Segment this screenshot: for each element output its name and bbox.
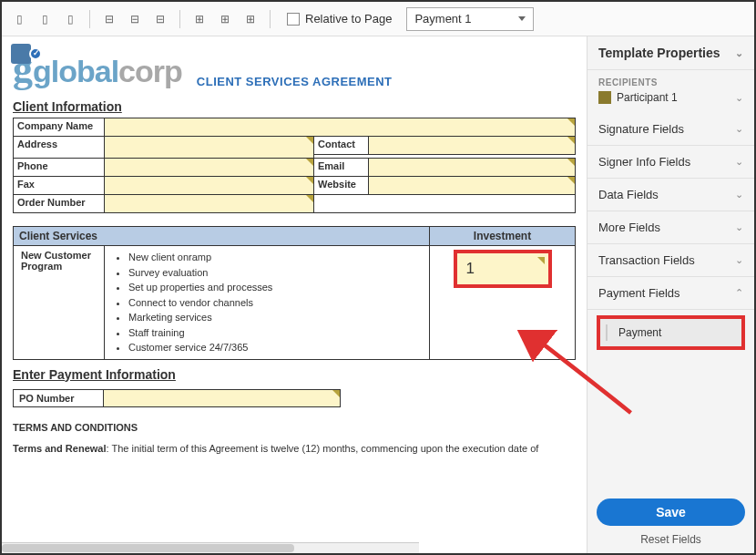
- phone-field[interactable]: [105, 159, 314, 177]
- website-label: Website: [314, 177, 369, 195]
- align-tool-3[interactable]: ▯: [60, 9, 80, 29]
- order-number-label: Order Number: [14, 195, 105, 213]
- address-label: Address: [14, 137, 105, 159]
- chevron-down-icon: ⌄: [735, 254, 743, 266]
- chevron-down-icon: [518, 16, 526, 21]
- service-item: Marketing services: [128, 310, 422, 325]
- chevron-down-icon: ⌄: [735, 221, 743, 233]
- email-label: Email: [314, 159, 369, 177]
- align-left-icon[interactable]: ⊟: [99, 9, 119, 29]
- signer-info-fields-section[interactable]: Signer Info Fields ⌄: [587, 146, 754, 179]
- services-list-cell: New client onrampSurvey evaluationSet up…: [105, 246, 430, 360]
- phone-label: Phone: [14, 159, 105, 177]
- investment-payment-field[interactable]: 1: [454, 250, 552, 288]
- terms-heading: TERMS AND CONDITIONS: [13, 422, 576, 433]
- align-right-icon[interactable]: ⊟: [150, 9, 170, 29]
- po-number-field[interactable]: [104, 389, 341, 407]
- program-name: New Customer Program: [14, 246, 105, 360]
- company-logo: g globalcorp: [13, 46, 182, 92]
- service-item: Survey evaluation: [128, 265, 422, 281]
- recipient-row[interactable]: Participant 1 ⌄: [587, 89, 754, 113]
- services-table: Client Services Investment New Customer …: [13, 226, 576, 360]
- payment-fields-section[interactable]: Payment Fields ⌃: [587, 277, 754, 310]
- save-button[interactable]: Save: [597, 498, 745, 526]
- order-number-field[interactable]: [105, 195, 314, 213]
- reset-fields-link[interactable]: Reset Fields: [587, 529, 754, 553]
- service-item: Staff training: [128, 325, 422, 341]
- fax-field[interactable]: [105, 177, 314, 195]
- more-fields-section[interactable]: More Fields ⌄: [587, 211, 754, 244]
- chevron-down-icon: ⌄: [735, 123, 743, 135]
- contact-label: Contact: [314, 137, 369, 155]
- transaction-fields-section[interactable]: Transaction Fields ⌄: [587, 244, 754, 277]
- distribute-2-icon[interactable]: ⊞: [215, 9, 235, 29]
- contact-field[interactable]: [369, 137, 576, 155]
- align-tool-1[interactable]: ▯: [9, 9, 29, 29]
- investment-header: Investment: [430, 227, 576, 246]
- align-center-icon[interactable]: ⊟: [125, 9, 145, 29]
- terms-body-text: Terms and Renewal: The initial term of t…: [13, 442, 576, 455]
- website-field[interactable]: [369, 177, 576, 195]
- service-item: New client onramp: [128, 250, 422, 265]
- company-label: Company Name: [14, 118, 105, 137]
- payment-info-heading: Enter Payment Information: [13, 367, 576, 382]
- relative-to-page-checkbox[interactable]: Relative to Page: [287, 12, 392, 26]
- recipients-label: RECIPIENTS: [587, 70, 754, 89]
- service-item: Connect to vendor channels: [128, 295, 422, 311]
- signature-fields-section[interactable]: Signature Fields ⌄: [587, 113, 754, 146]
- document-canvas[interactable]: g globalcorp CLIENT SERVICES AGREEMENT C…: [2, 36, 587, 553]
- checkbox-icon: [287, 13, 300, 26]
- client-info-heading: Client Information: [13, 99, 576, 114]
- field-selector-dropdown[interactable]: Payment 1: [406, 7, 534, 31]
- data-fields-section[interactable]: Data Fields ⌄: [587, 179, 754, 211]
- chevron-down-icon: ⌄: [735, 189, 743, 200]
- po-number-label: PO Number: [13, 389, 104, 407]
- chevron-down-icon: ⌄: [735, 92, 743, 104]
- service-item: Customer service 24/7/365: [128, 340, 422, 355]
- company-field[interactable]: [105, 118, 576, 137]
- properties-sidebar: Template Properties ⌄ RECIPIENTS Partici…: [587, 36, 754, 553]
- separator: [179, 10, 180, 28]
- payment-field-item[interactable]: Payment: [597, 315, 745, 350]
- relative-label: Relative to Page: [305, 12, 392, 26]
- toolbar: ▯ ▯ ▯ ⊟ ⊟ ⊟ ⊞ ⊞ ⊞ Relative to Page Payme…: [2, 2, 754, 36]
- address-field[interactable]: [105, 137, 314, 159]
- client-info-table: Company Name Address Contact Phone Email…: [13, 118, 576, 213]
- template-properties-section[interactable]: Template Properties ⌄: [587, 36, 754, 70]
- dropdown-value: Payment 1: [414, 12, 471, 26]
- service-item: Set up properties and processes: [128, 280, 422, 295]
- chevron-down-icon: ⌄: [735, 156, 743, 168]
- chevron-down-icon: ⌄: [735, 47, 743, 59]
- email-field[interactable]: [369, 159, 576, 177]
- fax-label: Fax: [14, 177, 105, 195]
- separator: [89, 10, 90, 28]
- horizontal-scrollbar[interactable]: [2, 542, 419, 553]
- distribute-1-icon[interactable]: ⊞: [189, 9, 209, 29]
- separator: [270, 10, 271, 28]
- align-tool-2[interactable]: ▯: [35, 9, 55, 29]
- services-header: Client Services: [14, 227, 430, 246]
- recipient-color-swatch: [598, 91, 611, 104]
- distribute-3-icon[interactable]: ⊞: [240, 9, 261, 29]
- document-title: CLIENT SERVICES AGREEMENT: [197, 75, 393, 88]
- chevron-up-icon: ⌃: [735, 287, 743, 299]
